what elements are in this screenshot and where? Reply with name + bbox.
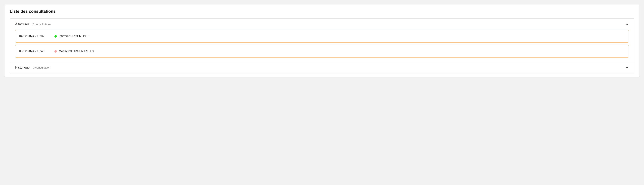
consultation-name-wrap: Infirmier URGENTISTE: [54, 34, 90, 38]
section-title-to-invoice: À facturer: [15, 22, 29, 26]
chevron-down-icon: [625, 66, 629, 70]
section-count-history: 0 consultation: [33, 66, 50, 69]
section-header-left: À facturer 2 consultations: [15, 22, 51, 26]
chevron-up-icon: [625, 22, 629, 26]
consultation-name-wrap: Médecin3 URGENTISTE3: [54, 50, 94, 53]
consultation-datetime: 04/12/2024 - 15:02: [19, 34, 49, 38]
consultation-name: Médecin3 URGENTISTE3: [59, 50, 94, 53]
consultation-item[interactable]: 03/12/2024 - 10:45 Médecin3 URGENTISTE3: [15, 45, 629, 58]
page-title: Liste des consultations: [10, 9, 634, 14]
section-count-to-invoice: 2 consultations: [32, 22, 51, 26]
consultation-name: Infirmier URGENTISTE: [59, 34, 90, 38]
consultations-card: Liste des consultations À facturer 2 con…: [4, 4, 640, 77]
section-header-left: Historique 0 consultation: [15, 66, 50, 70]
section-title-history: Historique: [15, 66, 30, 70]
consultation-item[interactable]: 04/12/2024 - 15:02 Infirmier URGENTISTE: [15, 30, 629, 43]
sections-container: À facturer 2 consultations 04/12/2024 - …: [10, 18, 634, 74]
section-body-to-invoice: 04/12/2024 - 15:02 Infirmier URGENTISTE …: [10, 30, 634, 62]
consultation-datetime: 03/12/2024 - 10:45: [19, 50, 49, 53]
section-header-to-invoice[interactable]: À facturer 2 consultations: [10, 18, 634, 30]
section-header-history[interactable]: Historique 0 consultation: [10, 62, 634, 73]
status-dot-icon: [54, 35, 57, 38]
status-dot-icon: [54, 50, 57, 52]
